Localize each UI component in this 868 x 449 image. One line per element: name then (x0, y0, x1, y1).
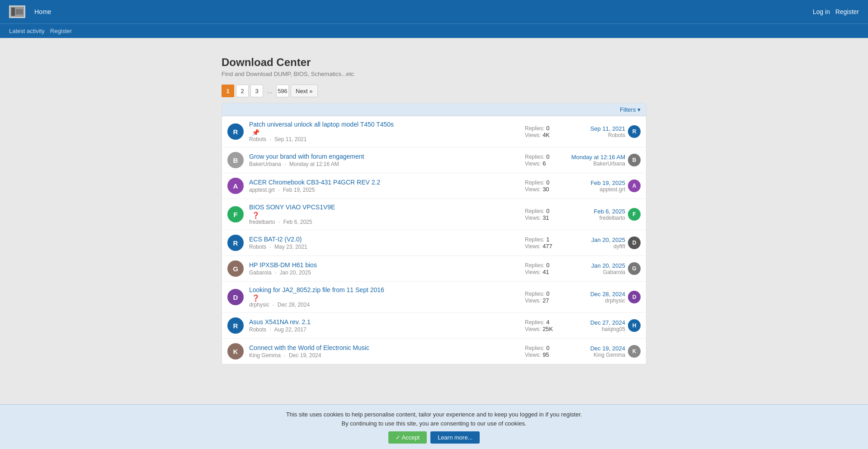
page-title: Download Center (222, 56, 646, 69)
sub-nav-latest-activity[interactable]: Latest activity (9, 28, 45, 34)
last-date[interactable]: Feb 6, 2025 (594, 208, 625, 215)
page-btn-3[interactable]: 3 (250, 85, 263, 97)
replies-label: Replies: (525, 262, 544, 269)
views-row: Views: 95 (525, 351, 561, 358)
thread-date: Feb 6, 2025 (283, 219, 312, 225)
svg-rect-1 (11, 8, 15, 16)
thread-title[interactable]: ECS BAT-I2 (V2.0) (249, 236, 519, 243)
views-row: Views: 477 (525, 243, 561, 250)
replies-value: 1 (546, 236, 549, 243)
page-ellipsis: … (265, 88, 274, 95)
views-value: 25K (542, 326, 553, 332)
last-avatar: B (628, 154, 641, 166)
page-subtitle: Find and Download DUMP, BIOS, Schematics… (222, 71, 646, 77)
thread-author: apptest.grt (249, 187, 275, 193)
thread-title[interactable]: Grow your brand with forum engagement (249, 153, 519, 160)
last-date[interactable]: Jan 20, 2025 (591, 236, 625, 243)
thread-author: BakerUrbana (249, 161, 281, 167)
thread-last: Monday at 12:16 AM BakerUrbana (566, 154, 625, 167)
thread-dot: · (284, 352, 285, 359)
last-col: Dec 28, 2024 drphysic D (566, 291, 641, 304)
thread-last: Jan 20, 2025 dyftft (566, 236, 625, 250)
question-icon: ❓ (252, 212, 259, 219)
nav-register[interactable]: Register (835, 8, 859, 15)
page-btn-next[interactable]: Next » (291, 85, 318, 97)
thread-title[interactable]: Connect with the World of Electronic Mus… (249, 344, 519, 351)
thread-last: Dec 19, 2024 King Gemma (566, 345, 625, 358)
thread-title[interactable]: Asus X541NA rev. 2.1 (249, 318, 519, 326)
thread-stats: Replies: 1 Views: 477 (525, 236, 561, 250)
thread-date: Aug 22, 2017 (274, 326, 306, 333)
avatar: F (227, 206, 244, 222)
thread-meta: fredelbarto · Feb 6, 2025 (249, 219, 519, 225)
last-date[interactable]: Feb 19, 2025 (590, 180, 625, 186)
filters-bar: Filters ▾ (222, 103, 646, 116)
thread-stats: Replies: 4 Views: 25K (525, 319, 561, 332)
replies-label: Replies: (525, 345, 544, 351)
replies-label: Replies: (525, 291, 544, 297)
views-value: 6 (542, 160, 546, 167)
last-col: Sep 11, 2021 Robots R (566, 125, 641, 138)
avatar: A (227, 178, 244, 194)
avatar: G (227, 260, 244, 277)
thread-date: May 23, 2021 (274, 244, 307, 250)
thread-date: Jan 20, 2025 (279, 269, 311, 276)
views-label: Views: (525, 186, 541, 193)
nav-home[interactable]: Home (34, 8, 51, 15)
thread-main: Patch universal unlock all laptop model … (249, 121, 519, 142)
replies-row: Replies: 4 (525, 319, 561, 326)
thread-main: ECS BAT-I2 (V2.0) Robots · May 23, 2021 (249, 236, 519, 250)
last-date[interactable]: Sep 11, 2021 (590, 125, 625, 132)
replies-label: Replies: (525, 154, 544, 160)
avatar: D (227, 289, 244, 305)
page-btn-last[interactable]: 596 (276, 85, 289, 97)
replies-value: 0 (546, 125, 549, 132)
last-col: Dec 19, 2024 King Gemma K (566, 345, 641, 358)
replies-label: Replies: (525, 319, 544, 326)
thread-title[interactable]: ACER Chromebook CB3-431 P4GCR REV 2.2 (249, 179, 519, 186)
sub-nav-register[interactable]: Register (50, 28, 72, 34)
avatar: R (227, 123, 244, 140)
views-row: Views: 41 (525, 269, 561, 275)
thread-date: Dec 19, 2024 (289, 352, 321, 359)
last-date[interactable]: Dec 19, 2024 (590, 345, 625, 352)
last-avatar: D (628, 236, 641, 249)
svg-rect-2 (16, 9, 23, 14)
replies-row: Replies: 0 (525, 262, 561, 269)
views-value: 31 (542, 214, 549, 221)
thread-dot: · (269, 136, 271, 142)
last-col: Jan 20, 2025 Gabarola G (566, 262, 641, 275)
replies-row: Replies: 0 (525, 345, 561, 351)
page-btn-2[interactable]: 2 (236, 85, 249, 97)
nav-right: Log in Register (813, 8, 859, 15)
nav-login[interactable]: Log in (813, 8, 830, 15)
last-date[interactable]: Dec 27, 2024 (590, 319, 625, 326)
filters-button[interactable]: Filters ▾ (620, 106, 641, 113)
thread-stats: Replies: 0 Views: 41 (525, 262, 561, 275)
last-date[interactable]: Dec 28, 2024 (590, 291, 625, 298)
views-row: Views: 6 (525, 160, 561, 167)
last-col: Monday at 12:16 AM BakerUrbana B (566, 154, 641, 167)
thread-row: D Looking for JA2_8052.zip file from 11 … (222, 282, 646, 313)
last-user: drphysic (605, 298, 625, 304)
sub-navbar: Latest activity Register (0, 24, 868, 38)
thread-title[interactable]: BIOS SONY VIAO VPCS1V9E (249, 203, 519, 211)
thread-row: B Grow your brand with forum engagement … (222, 147, 646, 173)
page-btn-1[interactable]: 1 (222, 85, 234, 97)
last-date[interactable]: Jan 20, 2025 (591, 262, 625, 269)
thread-last: Feb 6, 2025 fredelbarto (566, 208, 625, 221)
thread-author: Robots (249, 136, 266, 142)
thread-row: A ACER Chromebook CB3-431 P4GCR REV 2.2 … (222, 173, 646, 199)
thread-date: Feb 19, 2025 (283, 187, 315, 193)
thread-author: Robots (249, 326, 266, 333)
last-user: Gabarola (603, 269, 625, 275)
last-user: apptest.grt (599, 186, 625, 193)
thread-title[interactable]: Looking for JA2_8052.zip file from 11 Se… (249, 286, 519, 293)
last-user: dyftft (613, 243, 625, 250)
thread-author: Robots (249, 244, 266, 250)
thread-title[interactable]: Patch universal unlock all laptop model … (249, 121, 519, 128)
replies-row: Replies: 0 (525, 208, 561, 214)
replies-value: 0 (546, 153, 549, 160)
thread-title[interactable]: HP IPXSB-DM H61 bios (249, 261, 519, 269)
last-date[interactable]: Monday at 12:16 AM (571, 154, 625, 161)
